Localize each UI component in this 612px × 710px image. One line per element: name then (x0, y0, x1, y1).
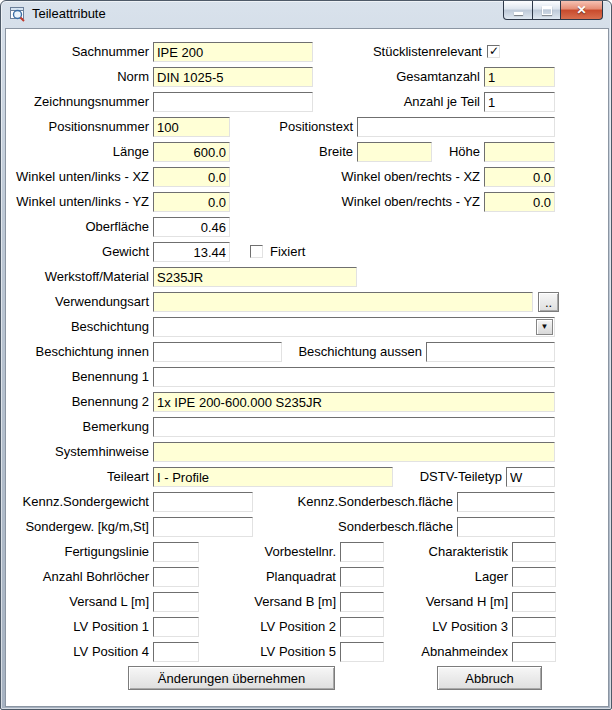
positionstext-label: Positionstext (206, 117, 353, 137)
lv3-label: LV Position 3 (356, 617, 508, 637)
vorbestellnr-label: Vorbestellnr. (186, 542, 336, 562)
kennz-sonderbesch-input[interactable] (457, 492, 555, 512)
beschichtung-aussen-label: Beschichtung aussen (256, 342, 422, 362)
benennung1-label: Benennung 1 (6, 367, 149, 387)
dstv-teiletyp-label: DSTV-Teiletyp (356, 467, 502, 487)
charakteristik-label: Charakteristik (356, 542, 508, 562)
close-button[interactable]: ✕ (561, 1, 603, 20)
lv2-label: LV Position 2 (186, 617, 336, 637)
sondergew-label: Sondergew. [kg/m,St] (6, 517, 149, 537)
breite-label: Breite (206, 142, 353, 162)
verwendungsart-label: Verwendungsart (6, 292, 149, 312)
sachnummer-input[interactable] (153, 42, 313, 62)
bemerkung-input[interactable] (153, 417, 555, 437)
minimize-button[interactable] (503, 1, 533, 20)
benennung1-input[interactable] (153, 367, 555, 387)
kennz-sondergewicht-label: Kennz.Sondergewicht (6, 492, 149, 512)
gewicht-input[interactable] (153, 242, 230, 262)
lv3-input[interactable] (512, 617, 556, 637)
abnahmeindex-label: Abnahmeindex (356, 642, 508, 662)
hoehe-label: Höhe (386, 142, 480, 162)
sondergew-input[interactable] (153, 517, 253, 537)
fixiert-checkbox[interactable] (250, 245, 263, 258)
beschichtung-combobox[interactable]: ▼ (153, 317, 555, 337)
winkel-or-yz-input[interactable] (484, 192, 555, 212)
versand-h-label: Versand H [m] (356, 592, 508, 612)
gesamtanzahl-input[interactable] (484, 67, 555, 87)
gesamtanzahl-label: Gesamtanzahl (306, 67, 480, 87)
versand-b-label: Versand B [m] (186, 592, 336, 612)
verwendungsart-input[interactable] (153, 292, 533, 312)
positionstext-input[interactable] (357, 117, 555, 137)
werkstoff-label: Werkstoff/Material (6, 267, 149, 287)
winkel-or-xz-input[interactable] (484, 167, 555, 187)
lv4-label: LV Position 4 (6, 642, 149, 662)
sonderbesch-label: Sonderbesch.fläche (286, 517, 453, 537)
systemhinweise-input[interactable] (153, 442, 555, 462)
lv5-label: LV Position 5 (186, 642, 336, 662)
stuecklistenrelevant-checkbox[interactable] (487, 45, 500, 58)
fixiert-label: Fixiert (270, 242, 370, 262)
dstv-teiletyp-input[interactable] (506, 467, 555, 487)
planquadrat-label: Planquadrat (186, 567, 336, 587)
norm-label: Norm (6, 67, 149, 87)
norm-input[interactable] (153, 67, 313, 87)
benennung2-label: Benennung 2 (6, 392, 149, 412)
maximize-icon (542, 6, 552, 15)
anzahl-je-teil-label: Anzahl je Teil (306, 92, 480, 112)
teileattribute-icon (10, 6, 26, 22)
anzahl-bohrloecher-label: Anzahl Bohrlöcher (6, 567, 149, 587)
winkel-ul-yz-input[interactable] (153, 192, 230, 212)
positionsnummer-label: Positionsnummer (6, 117, 149, 137)
charakteristik-input[interactable] (512, 542, 556, 562)
caption-buttons: ✕ (503, 1, 603, 20)
zeichnungsnummer-input[interactable] (153, 92, 313, 112)
beschichtung-innen-label: Beschichtung innen (6, 342, 149, 362)
lager-input[interactable] (512, 567, 556, 587)
winkel-ul-xz-label: Winkel unten/links - XZ (6, 167, 149, 187)
systemhinweise-label: Systemhinweise (6, 442, 149, 462)
minimize-icon (514, 12, 523, 15)
lager-label: Lager (356, 567, 508, 587)
sachnummer-label: Sachnummer (6, 42, 149, 62)
fertigungslinie-label: Fertigungslinie (6, 542, 149, 562)
titlebar[interactable]: Teileattribute ✕ (1, 1, 611, 27)
gewicht-label: Gewicht (6, 242, 149, 262)
window-title: Teileattribute (32, 6, 106, 21)
chevron-down-icon[interactable]: ▼ (536, 319, 553, 335)
winkel-ul-yz-label: Winkel unten/links - YZ (6, 192, 149, 212)
verwendungsart-browse-button[interactable]: .. (538, 292, 559, 312)
beschichtung-aussen-input[interactable] (426, 342, 555, 362)
dialog-body: Sachnummer Stücklistenrelevant Norm Gesa… (5, 28, 609, 707)
apply-changes-button[interactable]: Änderungen übernehmen (128, 666, 335, 690)
versand-l-label: Versand L [m] (6, 592, 149, 612)
close-icon: ✕ (576, 4, 586, 16)
teileattribute-dialog: Teileattribute ✕ Sachnummer Stücklistenr… (0, 0, 612, 710)
beschichtung-label: Beschichtung (6, 317, 149, 337)
anzahl-je-teil-input[interactable] (484, 92, 555, 112)
cancel-button[interactable]: Abbruch (437, 666, 542, 690)
versand-h-input[interactable] (512, 592, 556, 612)
oberflaeche-input[interactable] (153, 217, 230, 237)
werkstoff-input[interactable] (153, 267, 357, 287)
bemerkung-label: Bemerkung (6, 417, 149, 437)
abnahmeindex-input[interactable] (512, 642, 556, 662)
kennz-sondergewicht-input[interactable] (153, 492, 253, 512)
zeichnungsnummer-label: Zeichnungsnummer (6, 92, 149, 112)
kennz-sonderbesch-label: Kennz.Sonderbesch.fläche (286, 492, 453, 512)
winkel-or-yz-label: Winkel oben/rechts - YZ (306, 192, 480, 212)
sonderbesch-input[interactable] (457, 517, 555, 537)
benennung2-input[interactable] (153, 392, 555, 412)
winkel-or-xz-label: Winkel oben/rechts - XZ (306, 167, 480, 187)
maximize-button[interactable] (533, 1, 561, 20)
stuecklistenrelevant-label: Stücklistenrelevant (306, 42, 482, 62)
lv1-label: LV Position 1 (6, 617, 149, 637)
hoehe-input[interactable] (484, 142, 555, 162)
laenge-label: Länge (6, 142, 149, 162)
winkel-ul-xz-input[interactable] (153, 167, 230, 187)
oberflaeche-label: Oberfläche (6, 217, 149, 237)
teileart-label: Teileart (6, 467, 149, 487)
